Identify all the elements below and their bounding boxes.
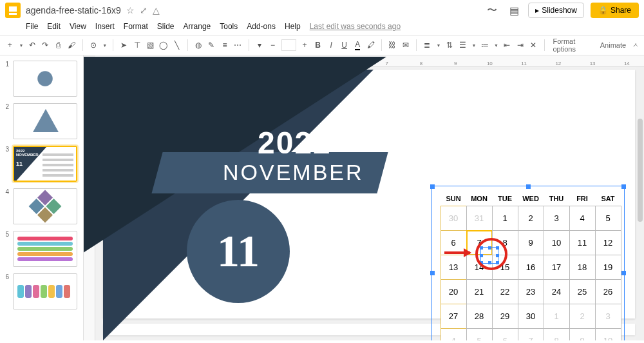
undo-icon[interactable]: ↶	[28, 39, 37, 51]
menu-arrange[interactable]: Arrange	[184, 22, 211, 31]
calendar-cell[interactable]: 9	[569, 328, 596, 341]
highlight-icon[interactable]: 🖍	[366, 39, 376, 51]
text-color-icon[interactable]: A	[353, 39, 363, 51]
calendar-cell[interactable]: 4	[440, 328, 467, 341]
border-weight-icon[interactable]: ≡	[220, 39, 230, 51]
menu-edit[interactable]: Edit	[47, 22, 61, 31]
animate-button[interactable]: Animate	[598, 41, 629, 49]
calendar-cell[interactable]: 29	[492, 304, 518, 329]
calendar-cell[interactable]: 4	[569, 206, 596, 231]
calendar-cell[interactable]: 5	[466, 328, 493, 341]
trend-icon[interactable]: 〜	[484, 3, 500, 18]
calendar-cell[interactable]: 1	[544, 304, 570, 329]
doc-name[interactable]: agenda-free-static-16x9	[26, 5, 121, 15]
menu-slide[interactable]: Slide	[157, 22, 175, 31]
slide-canvas[interactable]: 2022 NOVEMBER 11 SUNMONTUEWEDTHUFRISAT 3…	[103, 70, 635, 318]
thumbnail-4[interactable]	[13, 188, 77, 224]
font-icon[interactable]: ▾	[255, 39, 265, 51]
thumbnail-2[interactable]	[13, 103, 77, 139]
link-icon[interactable]: ⛓	[388, 39, 397, 51]
add-comment-icon[interactable]: ✉	[401, 39, 410, 51]
thumbnail-5[interactable]	[13, 231, 77, 267]
move-icon[interactable]: ⤢	[140, 5, 147, 15]
font-inc-icon[interactable]: +	[300, 39, 310, 51]
calendar-cell[interactable]: 6	[492, 328, 518, 341]
underline-icon[interactable]: U	[339, 39, 349, 51]
slideshow-button[interactable]: ▸ Slideshow	[528, 3, 584, 18]
calendar-cell[interactable]: 9	[518, 230, 544, 255]
list-icon[interactable]: ☰	[458, 39, 468, 51]
calendar-cell[interactable]: 5	[595, 206, 621, 231]
share-button[interactable]: 🔒 Share	[591, 3, 639, 18]
calendar-cell[interactable]: 16	[518, 255, 544, 280]
calendar-grid[interactable]: 3031123456789101112131415161718192021222…	[440, 206, 621, 340]
calendar-cell[interactable]: 26	[595, 279, 621, 304]
calendar-cell[interactable]: 25	[569, 279, 596, 304]
shape-icon[interactable]: ◯	[159, 39, 169, 51]
calendar-cell[interactable]: 7	[466, 230, 493, 255]
menu-view[interactable]: View	[70, 22, 86, 31]
paint-format-icon[interactable]: 🖌	[67, 39, 77, 51]
calendar-cell[interactable]: 30	[518, 304, 544, 329]
image-icon[interactable]: ▧	[146, 39, 155, 51]
menu-addons[interactable]: Add-ons	[247, 22, 276, 31]
calendar-cell[interactable]: 2	[569, 304, 596, 329]
calendar-cell[interactable]: 7	[518, 328, 544, 341]
calendar-cell[interactable]: 8	[544, 328, 570, 341]
align-icon[interactable]: ≣	[422, 39, 432, 51]
collapse-toolbar-icon[interactable]: ㅅ	[632, 41, 639, 50]
year-text[interactable]: 2022	[258, 125, 332, 161]
calendar-cell[interactable]: 21	[466, 279, 493, 304]
bold-icon[interactable]: B	[313, 39, 323, 51]
indent-dec-icon[interactable]: ⇤	[502, 39, 512, 51]
font-dec-icon[interactable]: −	[268, 39, 278, 51]
menu-format[interactable]: Format	[124, 22, 148, 31]
calendar-cell[interactable]: 17	[544, 255, 570, 280]
calendar-cell[interactable]: 14	[466, 255, 493, 280]
thumbnail-6[interactable]	[13, 273, 77, 309]
calendar-cell[interactable]: 23	[518, 279, 544, 304]
menu-insert[interactable]: Insert	[95, 22, 115, 31]
clear-format-icon[interactable]: ✕	[529, 39, 538, 51]
zoom-icon[interactable]: ⊙	[89, 39, 99, 51]
calendar-cell[interactable]: 18	[569, 255, 596, 280]
calendar-cell[interactable]: 22	[492, 279, 518, 304]
calendar-cell[interactable]: 8	[492, 230, 518, 255]
app-logo-icon[interactable]	[5, 3, 21, 18]
calendar-cell[interactable]: 1	[492, 206, 518, 231]
redo-icon[interactable]: ↷	[41, 39, 50, 51]
line-spacing-icon[interactable]: ⇅	[444, 39, 454, 51]
calendar-cell[interactable]: 20	[440, 279, 467, 304]
fill-color-icon[interactable]: ◍	[194, 39, 204, 51]
border-color-icon[interactable]: ✎	[207, 39, 216, 51]
calendar-table[interactable]: SUNMONTUEWEDTHUFRISAT 303112345678910111…	[440, 193, 621, 340]
vertical-scrollbar[interactable]	[636, 67, 644, 340]
calendar-cell[interactable]: 12	[595, 230, 621, 255]
circle-shape[interactable]: 11	[187, 200, 290, 303]
italic-icon[interactable]: I	[327, 39, 336, 51]
last-edit[interactable]: Last edit was seconds ago	[310, 22, 401, 31]
calendar-cell[interactable]: 24	[544, 279, 570, 304]
calendar-cell[interactable]: 11	[569, 230, 596, 255]
textbox-icon[interactable]: ⊤	[132, 39, 142, 51]
line-icon[interactable]: ╲	[172, 39, 182, 51]
cloud-icon[interactable]: △	[153, 5, 160, 15]
select-icon[interactable]: ➤	[119, 39, 129, 51]
thumbnail-1[interactable]	[13, 61, 77, 97]
calendar-cell[interactable]: 10	[595, 328, 621, 341]
numbered-list-icon[interactable]: ≔	[480, 39, 489, 51]
comment-icon[interactable]: ▤	[506, 3, 522, 18]
calendar-cell[interactable]: 13	[440, 255, 467, 280]
menu-tools[interactable]: Tools	[220, 22, 238, 31]
new-slide-icon[interactable]: +	[5, 39, 15, 51]
star-icon[interactable]: ☆	[126, 5, 135, 15]
calendar-cell[interactable]: 31	[466, 206, 493, 231]
calendar-cell[interactable]: 10	[544, 230, 570, 255]
calendar-cell[interactable]: 6	[440, 230, 467, 255]
menu-file[interactable]: File	[26, 22, 38, 31]
font-size-input[interactable]	[281, 39, 296, 51]
calendar-cell[interactable]: 27	[440, 304, 467, 329]
calendar-cell[interactable]: 2	[518, 206, 544, 231]
calendar-cell[interactable]: 15	[492, 255, 518, 280]
border-dash-icon[interactable]: ⋯	[233, 39, 243, 51]
